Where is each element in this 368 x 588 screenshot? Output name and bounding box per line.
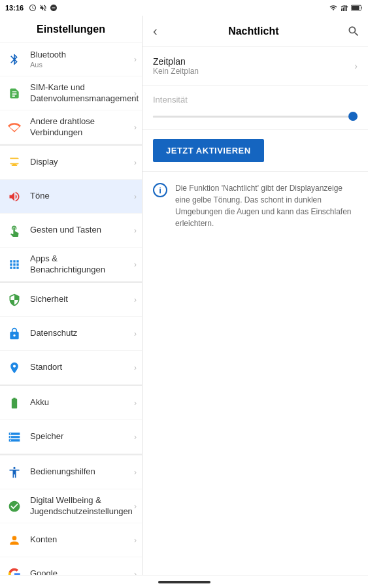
storage-chevron: › <box>134 433 137 442</box>
sidebar-item-sim[interactable]: SIM-Karte und Datenvolumensmanagement › <box>0 76 142 110</box>
sim-icon <box>4 83 25 104</box>
tone-icon <box>4 186 25 207</box>
svg-rect-0 <box>341 8 343 11</box>
info-text: Die Funktion 'Nachtlicht' gibt der Displ… <box>175 182 358 229</box>
sidebar-item-display[interactable]: Display › <box>0 146 142 180</box>
bluetooth-icon <box>4 49 25 70</box>
security-icon <box>4 289 25 310</box>
svg-rect-2 <box>344 7 346 11</box>
right-header: ‹ Nachtlicht <box>142 16 368 47</box>
bluetooth-sublabel: Aus <box>30 61 133 69</box>
google-chevron: › <box>134 570 137 576</box>
battery-icon <box>351 4 363 12</box>
sidebar-item-location[interactable]: Standort › <box>0 351 142 385</box>
sidebar-item-apps[interactable]: Apps & Benachrichtigungen › <box>0 248 142 282</box>
location-label: Standort <box>30 362 133 373</box>
main-layout: Einstellungen Bluetooth Aus › SIM-Karte … <box>0 16 368 575</box>
nachtlicht-title: Nachtlicht <box>165 25 342 37</box>
google-icon <box>4 564 25 576</box>
slider-thumb[interactable] <box>348 112 358 121</box>
wellbeing-label: Digital Wellbeing & Jugendschutzeinstell… <box>30 495 133 517</box>
sidebar-item-privacy[interactable]: Datenschutz › <box>0 317 142 351</box>
apps-icon <box>4 254 25 275</box>
sidebar-item-wireless[interactable]: Andere drahtlose Verbindungen › <box>0 110 142 144</box>
wellbeing-chevron: › <box>134 502 137 511</box>
apps-chevron: › <box>134 260 137 269</box>
activate-button[interactable]: JETZT AKTIVIEREN <box>153 139 264 162</box>
signal-icon <box>341 4 348 12</box>
zeitplan-subtitle: Kein Zeitplan <box>153 67 354 76</box>
status-time: 13:16 <box>5 4 24 12</box>
intensity-slider[interactable] <box>153 110 358 123</box>
sim-label: SIM-Karte und Datenvolumensmanagement <box>30 82 133 105</box>
right-panel: ‹ Nachtlicht Zeitplan Kein Zeitplan › In… <box>142 16 368 575</box>
storage-label: Speicher <box>30 431 133 442</box>
accounts-chevron: › <box>134 536 137 545</box>
svg-rect-5 <box>352 6 360 10</box>
tone-chevron: › <box>134 192 137 201</box>
bottom-indicator <box>158 581 210 583</box>
dnd-icon <box>50 4 58 12</box>
battery-label: Akku <box>30 397 133 408</box>
info-icon: i <box>153 183 167 197</box>
battery-chevron: › <box>134 399 137 408</box>
bottom-bar <box>0 575 368 588</box>
display-label: Display <box>30 157 133 168</box>
location-icon <box>4 357 25 378</box>
search-button[interactable] <box>347 25 360 38</box>
gesture-chevron: › <box>134 226 137 235</box>
location-chevron: › <box>134 363 137 372</box>
sidebar-item-bluetooth[interactable]: Bluetooth Aus › <box>0 42 142 76</box>
wireless-chevron: › <box>134 123 137 132</box>
svg-point-6 <box>12 536 17 540</box>
sidebar-item-wellbeing[interactable]: Digital Wellbeing & Jugendschutzeinstell… <box>0 489 142 523</box>
sidebar-item-gesture[interactable]: Gesten und Tasten › <box>0 214 142 248</box>
zeitplan-chevron: › <box>354 61 358 71</box>
accessibility-icon <box>4 462 25 483</box>
zeitplan-row[interactable]: Zeitplan Kein Zeitplan › <box>142 47 368 86</box>
status-right-icons <box>329 4 363 12</box>
wifi-icon <box>329 4 338 12</box>
privacy-icon <box>4 323 25 344</box>
tone-label: Töne <box>30 191 133 202</box>
sidebar-item-accessibility[interactable]: Bedienungshilfen › <box>0 455 142 489</box>
back-button[interactable]: ‹ <box>150 21 160 41</box>
display-chevron: › <box>134 158 137 167</box>
sidebar-item-accounts[interactable]: Konten › <box>0 523 142 557</box>
sidebar-item-tone[interactable]: Töne › <box>0 180 142 214</box>
silent-icon <box>39 4 47 12</box>
wellbeing-icon <box>4 496 25 517</box>
wireless-icon <box>4 117 25 138</box>
zeitplan-title: Zeitplan <box>153 56 354 67</box>
sidebar-item-battery[interactable]: Akku › <box>0 386 142 420</box>
settings-title: Einstellungen <box>0 16 142 42</box>
bluetooth-label: Bluetooth <box>30 50 133 61</box>
sidebar-item-security[interactable]: Sicherheit › <box>0 283 142 317</box>
intensity-section: Intensität <box>142 86 368 130</box>
svg-rect-1 <box>343 8 344 12</box>
storage-icon <box>4 427 25 448</box>
sidebar-item-google[interactable]: Google › <box>0 557 142 575</box>
status-bar: 13:16 <box>0 0 368 16</box>
security-label: Sicherheit <box>30 294 133 305</box>
alarm-icon <box>29 4 37 12</box>
apps-label: Apps & Benachrichtigungen <box>30 253 133 276</box>
intensity-label: Intensität <box>153 95 358 105</box>
privacy-label: Datenschutz <box>30 328 133 339</box>
privacy-chevron: › <box>134 329 137 338</box>
gesture-icon <box>4 220 25 241</box>
info-section: i Die Funktion 'Nachtlicht' gibt der Dis… <box>142 172 368 240</box>
accounts-label: Konten <box>30 534 133 546</box>
security-chevron: › <box>134 295 137 304</box>
accounts-icon <box>4 530 25 551</box>
bluetooth-chevron: › <box>134 55 137 64</box>
google-label: Google <box>30 568 133 575</box>
svg-rect-3 <box>346 6 348 12</box>
activate-section: JETZT AKTIVIEREN <box>142 130 368 172</box>
right-content: Zeitplan Kein Zeitplan › Intensität JETZ… <box>142 47 368 575</box>
left-panel: Einstellungen Bluetooth Aus › SIM-Karte … <box>0 16 142 575</box>
status-icons <box>29 4 58 12</box>
accessibility-label: Bedienungshilfen <box>30 466 133 478</box>
sim-chevron: › <box>134 89 137 98</box>
sidebar-item-storage[interactable]: Speicher › <box>0 420 142 454</box>
